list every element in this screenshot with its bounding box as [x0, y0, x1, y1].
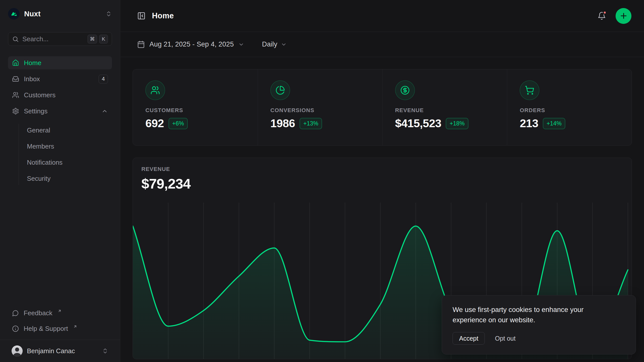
avatar	[12, 345, 23, 356]
calendar-icon	[137, 40, 145, 48]
sidebar-item-members[interactable]: Members	[19, 140, 112, 153]
user-name: Benjamin Canac	[27, 347, 75, 355]
sidebar-item-notifications[interactable]: Notifications	[19, 156, 112, 169]
page-title: Home	[152, 11, 174, 20]
granularity-select[interactable]: Daily	[262, 40, 287, 48]
panel-left-close-icon	[137, 12, 146, 20]
accept-cookies-button[interactable]: Accept	[453, 332, 485, 345]
search-placeholder: Search...	[22, 35, 49, 43]
chevron-up-down-icon	[105, 11, 112, 17]
inbox-count-badge: 4	[99, 75, 108, 83]
chevron-up-icon	[101, 108, 108, 114]
users-icon	[12, 92, 19, 99]
search-icon	[12, 36, 19, 42]
cookie-banner: We use first-party cookies to enhance yo…	[442, 295, 636, 354]
stat-value: 1986	[270, 117, 295, 130]
gear-icon	[12, 108, 19, 115]
sidebar-item-label: General	[27, 126, 50, 134]
info-circle-icon	[12, 325, 19, 332]
kbd-k: K	[99, 35, 108, 43]
notification-dot	[603, 11, 607, 15]
external-link-icon	[58, 309, 62, 313]
filter-bar: Aug 21, 2025 - Sep 4, 2025 Daily	[120, 32, 644, 57]
home-icon	[12, 59, 19, 66]
cart-icon	[525, 85, 534, 95]
stat-orders[interactable]: ORDERS 213 +14%	[507, 69, 632, 145]
granularity-value: Daily	[262, 40, 277, 48]
chevron-up-down-icon	[102, 348, 108, 354]
add-button[interactable]	[616, 8, 631, 24]
optout-cookies-button[interactable]: Opt out	[495, 335, 515, 342]
cookie-message-line2: experience on our website.	[453, 315, 625, 325]
cookie-message-line1: We use first-party cookies to enhance yo…	[453, 304, 625, 315]
stat-label: REVENUE	[395, 107, 495, 114]
stat-delta-badge: +18%	[446, 118, 468, 129]
stat-value: 213	[520, 117, 538, 130]
stat-label: CUSTOMERS	[145, 107, 245, 114]
pie-chart-icon	[275, 85, 285, 95]
stat-revenue[interactable]: REVENUE $415,523 +18%	[382, 69, 507, 145]
sidebar-item-label: Security	[27, 175, 51, 183]
external-link-icon	[73, 325, 77, 329]
collapse-sidebar-button[interactable]	[137, 12, 146, 20]
stat-delta-badge: +6%	[169, 118, 188, 129]
app-root: Nuxt Search... ⌘ K Home Inbox 4 Cu	[0, 0, 644, 362]
sidebar-footer: Feedback Help & Support	[8, 306, 112, 335]
stat-label: ORDERS	[520, 107, 619, 114]
sidebar-item-security[interactable]: Security	[19, 172, 112, 185]
sidebar-spacer	[8, 185, 112, 306]
help-support-link[interactable]: Help & Support	[8, 322, 112, 335]
settings-subnav: General Members Notifications Security	[19, 124, 112, 185]
feedback-label: Feedback	[24, 309, 52, 317]
header: Home	[120, 0, 644, 32]
feedback-link[interactable]: Feedback	[8, 306, 112, 320]
inbox-icon	[12, 75, 19, 82]
help-support-label: Help & Support	[24, 325, 68, 333]
revenue-chart-label: REVENUE	[141, 166, 623, 172]
stat-delta-badge: +14%	[543, 118, 565, 129]
stat-value: 692	[145, 117, 164, 130]
users-icon	[150, 85, 160, 95]
plus-icon	[619, 12, 628, 20]
workspace-switcher[interactable]: Nuxt	[8, 7, 112, 21]
sidebar-item-label: Settings	[24, 107, 48, 115]
message-bubble-icon	[12, 310, 19, 316]
stat-label: CONVERSIONS	[270, 107, 370, 114]
sidebar-item-label: Notifications	[27, 159, 63, 166]
dollar-circle-icon	[400, 85, 410, 95]
sidebar-nav: Home Inbox 4 Customers Settings General …	[8, 56, 112, 185]
kbd-command: ⌘	[88, 35, 97, 43]
stat-delta-badge: +13%	[300, 118, 322, 129]
sidebar-item-label: Home	[24, 59, 41, 67]
sidebar-item-customers[interactable]: Customers	[8, 88, 112, 102]
user-menu[interactable]: Benjamin Canac	[8, 340, 112, 362]
notifications-button[interactable]	[597, 12, 606, 20]
sidebar-item-inbox[interactable]: Inbox 4	[8, 72, 112, 85]
stat-value: $415,523	[395, 117, 441, 130]
date-range-picker[interactable]: Aug 21, 2025 - Sep 4, 2025	[137, 40, 244, 48]
stat-customers[interactable]: CUSTOMERS 692 +6%	[133, 69, 258, 145]
search-input[interactable]: Search... ⌘ K	[8, 32, 112, 46]
sidebar-item-label: Members	[27, 143, 54, 150]
header-actions	[597, 8, 631, 24]
sidebar-item-home[interactable]: Home	[8, 56, 112, 69]
sidebar-item-general[interactable]: General	[19, 124, 112, 137]
sidebar-item-label: Customers	[24, 91, 56, 99]
chevron-down-icon	[281, 41, 287, 48]
search-shortcut: ⌘ K	[88, 35, 108, 43]
stat-conversions[interactable]: CONVERSIONS 1986 +13%	[258, 69, 382, 145]
sidebar: Nuxt Search... ⌘ K Home Inbox 4 Cu	[0, 0, 120, 362]
sidebar-item-settings[interactable]: Settings	[8, 105, 112, 118]
revenue-chart-value: $79,234	[141, 175, 623, 192]
chevron-down-icon	[238, 41, 244, 48]
nuxt-logo-icon	[8, 8, 20, 20]
brand-name: Nuxt	[24, 10, 41, 18]
stats-panel: CUSTOMERS 692 +6% CONVERSIONS 1986 +13%	[133, 69, 632, 146]
sidebar-item-label: Inbox	[24, 75, 40, 83]
date-range-value: Aug 21, 2025 - Sep 4, 2025	[149, 40, 234, 48]
